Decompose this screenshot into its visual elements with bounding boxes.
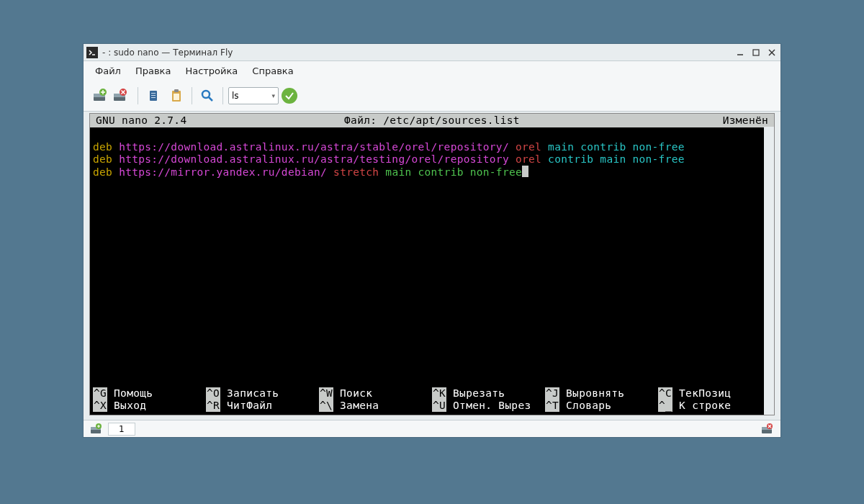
chevron-down-icon: ▾ [271,92,275,99]
shortcut-help: ^G Помощь [93,387,206,400]
add-tab-button[interactable] [88,423,105,436]
keyword: deb [93,141,119,153]
search-button[interactable] [197,86,217,106]
toolbar-separator [138,87,138,104]
terminal-window: - : sudo nano — Терминал Fly Файл Правка… [83,43,781,438]
shortcut-exit: ^X Выход [93,400,206,412]
command-combo[interactable]: ls ▾ [228,87,279,104]
shortcut-justify: ^J Выровнять [545,387,658,400]
nano-shortcuts: ^G Помощь ^O Записать ^W Поиск ^K Выреза… [90,387,774,415]
window-title: - : sudo nano — Терминал Fly [102,48,734,58]
keyword: deb [93,153,119,165]
shortcut-readfile: ^R ЧитФайл [206,400,319,412]
minimize-button[interactable] [734,48,746,58]
editor-content[interactable]: deb https://download.astralinux.ru/astra… [90,127,774,387]
url: https://download.astralinux.ru/astra/tes… [119,153,516,165]
shortcut-curpos: ^C ТекПозиц [658,387,771,400]
close-button[interactable] [766,48,778,58]
shortcut-uncut: ^U Отмен. Вырез [432,400,545,412]
remove-tab-button[interactable] [759,423,776,436]
app-icon [86,47,98,58]
nano-header: GNU nano 2.7.4 Файл: /etc/apt/sources.li… [90,114,774,127]
menubar: Файл Правка Настройка Справка [84,61,780,81]
paste-button[interactable] [166,86,186,106]
shortcut-replace: ^\ Замена [319,400,432,412]
dist: orel [516,153,548,165]
terminal-scrollbar[interactable] [764,127,774,415]
nano-version: GNU nano 2.7.4 [91,114,191,127]
shortcut-writeout: ^O Записать [206,387,319,400]
svg-rect-17 [174,94,179,100]
svg-point-18 [202,91,210,98]
nano-status: Изменён [719,114,773,127]
window-controls [734,48,778,58]
titlebar[interactable]: - : sudo nano — Терминал Fly [84,44,780,61]
run-button[interactable] [282,88,297,104]
terminal-area[interactable]: GNU nano 2.7.4 Файл: /etc/apt/sources.li… [89,113,775,415]
close-tab-button[interactable] [110,86,130,106]
svg-rect-16 [174,89,179,92]
menu-edit[interactable]: Правка [128,63,178,79]
components: contrib main non-free [548,153,685,165]
statusbar: 1 [84,420,780,437]
maximize-button[interactable] [750,48,762,58]
svg-rect-12 [151,93,156,94]
toolbar-separator [222,87,223,104]
menu-help[interactable]: Справка [245,63,300,79]
toolbar-separator [192,87,192,104]
copy-button[interactable] [143,86,163,106]
nano-filename: Файл: /etc/apt/sources.list [90,114,774,127]
text-cursor [522,166,528,177]
tab-indicator[interactable]: 1 [108,423,135,436]
svg-rect-13 [151,95,156,96]
menu-settings[interactable]: Настройка [178,63,245,79]
shortcut-search: ^W Поиск [319,387,432,400]
dist: orel [516,141,548,153]
toolbar: ls ▾ [84,81,780,112]
shortcut-goto: ^_ К строке [658,400,771,412]
new-tab-button[interactable] [90,86,110,106]
svg-rect-14 [151,97,156,98]
url: https://download.astralinux.ru/astra/sta… [119,141,516,153]
shortcut-cut: ^K Вырезать [432,387,545,400]
url: https://mirror.yandex.ru/debian/ [119,166,333,178]
menu-file[interactable]: Файл [88,63,128,79]
shortcut-spell: ^T Словарь [545,400,658,412]
svg-rect-2 [753,50,759,55]
components: main contrib non-free [548,141,685,153]
components: main contrib non-free [385,166,522,178]
combo-value: ls [232,91,239,101]
keyword: deb [93,166,119,178]
dist: stretch [333,166,385,178]
svg-line-19 [209,97,212,101]
